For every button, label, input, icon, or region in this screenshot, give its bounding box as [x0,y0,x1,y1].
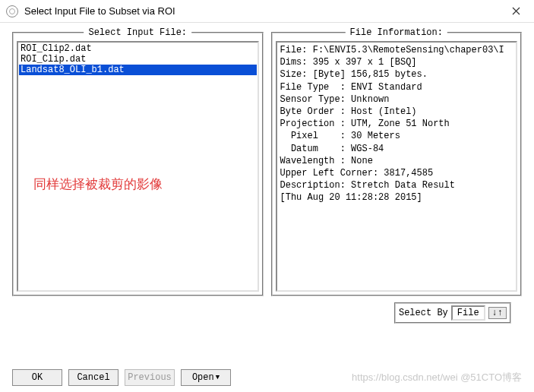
bottom-bar: OK Cancel Previous Open ▼ [12,369,522,386]
previous-button: Previous [125,369,175,386]
arrows-icon: ↓↑ [492,308,503,318]
close-icon [512,7,520,15]
list-item[interactable]: Landsat8_OLI_b1.dat [19,65,257,75]
titlebar: Select Input File to Subset via ROI [0,0,534,23]
file-list[interactable]: ROI_Clip2.dat ROI_Clip.dat Landsat8_OLI_… [17,41,259,292]
open-label: Open [192,372,214,383]
list-item[interactable]: ROI_Clip.dat [19,54,257,65]
file-info-panel: File Information: File: F:\ENVI5.3\Remot… [271,32,523,296]
main-content: Select Input File: ROI_Clip2.dat ROI_Cli… [0,23,534,302]
select-input-panel: Select Input File: ROI_Clip2.dat ROI_Cli… [12,32,264,296]
close-button[interactable] [501,1,531,22]
select-by-row: Select By File ↓↑ [0,302,534,330]
cancel-button[interactable]: Cancel [68,369,118,386]
ok-button[interactable]: OK [12,369,62,386]
app-icon [6,5,18,17]
select-by-group: Select By File ↓↑ [394,302,511,324]
select-input-label: Select Input File: [84,27,191,38]
select-by-cycle-button[interactable]: ↓↑ [488,307,507,319]
file-info-label: File Information: [346,27,447,38]
open-button[interactable]: Open ▼ [181,369,231,386]
select-by-value[interactable]: File [451,305,485,321]
annotation-text: 同样选择被裁剪的影像 [33,175,163,193]
window-title: Select Input File to Subset via ROI [24,5,501,17]
list-item[interactable]: ROI_Clip2.dat [19,43,257,54]
file-info-text: File: F:\ENVI5.3\RemoteSensing\chaper03\… [276,41,518,292]
chevron-down-icon: ▼ [216,374,220,381]
select-by-label: Select By [399,308,448,318]
